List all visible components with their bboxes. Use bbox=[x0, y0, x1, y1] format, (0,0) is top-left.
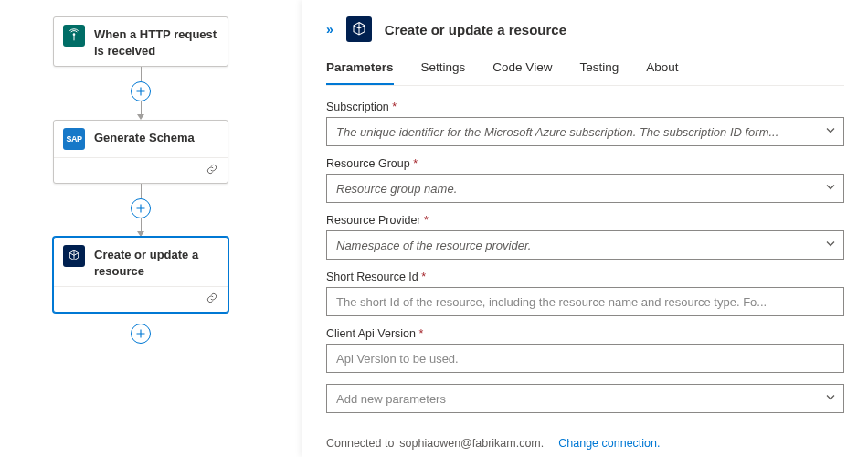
panel-action-icon bbox=[346, 16, 372, 42]
add-new-parameters-label: Add new parameters bbox=[336, 392, 446, 406]
workflow-canvas: When a HTTP request is receivedSAPGenera… bbox=[0, 0, 302, 457]
tab-testing[interactable]: Testing bbox=[579, 60, 619, 85]
field-label-resource-provider: Resource Provider * bbox=[326, 214, 844, 227]
arm-icon bbox=[63, 245, 85, 267]
workflow-node-arm[interactable]: Create or update a resource bbox=[53, 237, 228, 313]
svg-point-0 bbox=[73, 33, 76, 36]
collapse-panel-icon[interactable]: » bbox=[326, 22, 333, 37]
tab-code-view[interactable]: Code View bbox=[492, 60, 552, 85]
http-icon bbox=[63, 25, 85, 47]
details-panel: » Create or update a resource Parameters… bbox=[302, 0, 868, 457]
panel-tabs: ParametersSettingsCode ViewTestingAbout bbox=[326, 60, 844, 86]
tab-parameters[interactable]: Parameters bbox=[326, 60, 394, 85]
chevron-down-icon bbox=[825, 182, 836, 196]
field-label-subscription: Subscription * bbox=[326, 101, 844, 113]
add-step-button[interactable] bbox=[131, 324, 151, 344]
node-title: Create or update a resource bbox=[94, 245, 218, 279]
field-label-resource-group: Resource Group * bbox=[326, 157, 844, 170]
field-placeholder: The unique identifier for the Microsoft … bbox=[336, 125, 778, 139]
connector bbox=[131, 184, 151, 237]
connection-prefix: Connected to bbox=[326, 437, 394, 450]
sap-icon: SAP bbox=[63, 128, 85, 150]
insert-step-button[interactable] bbox=[131, 198, 151, 218]
field-input-short-resource-id[interactable]: The short Id of the resource, including … bbox=[326, 287, 844, 316]
link-icon bbox=[206, 292, 218, 307]
chevron-down-icon bbox=[825, 392, 836, 406]
field-input-resource-group[interactable]: Resource group name. bbox=[326, 174, 844, 203]
connector bbox=[131, 67, 151, 120]
field-label-client-api-version: Client Api Version * bbox=[326, 327, 844, 340]
field-input-resource-provider[interactable]: Namespace of the resource provider. bbox=[326, 230, 844, 260]
field-placeholder: Resource group name. bbox=[336, 182, 457, 196]
workflow-node-http[interactable]: When a HTTP request is received bbox=[53, 16, 228, 67]
chevron-down-icon bbox=[825, 125, 836, 139]
field-input-client-api-version[interactable]: Api Version to be used. bbox=[326, 344, 844, 373]
node-title: When a HTTP request is received bbox=[94, 25, 218, 58]
field-label-short-resource-id: Short Resource Id * bbox=[326, 271, 844, 283]
change-connection-link[interactable]: Change connection. bbox=[558, 437, 660, 450]
insert-step-button[interactable] bbox=[131, 81, 151, 101]
field-placeholder: Api Version to be used. bbox=[336, 352, 459, 366]
field-input-subscription[interactable]: The unique identifier for the Microsoft … bbox=[326, 117, 844, 146]
chevron-down-icon bbox=[825, 239, 836, 252]
node-title: Generate Schema bbox=[94, 128, 195, 146]
panel-title: Create or update a resource bbox=[385, 22, 566, 37]
connection-account: sophiaowen@fabrikam.com. bbox=[399, 437, 544, 450]
link-icon bbox=[206, 163, 218, 178]
tab-settings[interactable]: Settings bbox=[421, 60, 466, 85]
field-placeholder: The short Id of the resource, including … bbox=[336, 295, 767, 309]
connection-footer: Connected to sophiaowen@fabrikam.com. Ch… bbox=[326, 437, 844, 450]
field-placeholder: Namespace of the resource provider. bbox=[336, 239, 531, 252]
add-new-parameters-dropdown[interactable]: Add new parameters bbox=[326, 384, 844, 413]
tab-about[interactable]: About bbox=[646, 60, 678, 85]
workflow-node-sap[interactable]: SAPGenerate Schema bbox=[53, 120, 228, 184]
